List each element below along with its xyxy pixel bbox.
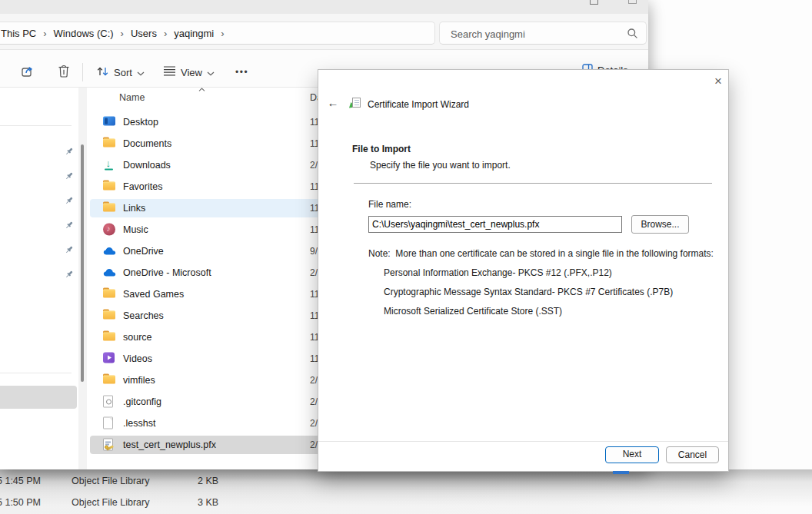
file-type: Object File Library: [72, 492, 149, 512]
file-size: 3 KB: [198, 492, 218, 512]
breadcrumb-windows-c[interactable]: Windows (C:): [52, 26, 116, 41]
cloud-icon: [103, 267, 117, 280]
download-icon: [103, 159, 117, 172]
folder-icon: [103, 310, 117, 323]
file-name-label: Favorites: [123, 181, 162, 192]
breadcrumb-this-pc[interactable]: This PC: [0, 26, 38, 41]
cloud-icon: [103, 245, 117, 258]
cancel-button[interactable]: Cancel: [666, 446, 719, 463]
breadcrumb-separator: ›: [116, 28, 128, 39]
video-icon: [103, 353, 117, 366]
folder-icon: [103, 138, 117, 151]
back-arrow-icon[interactable]: ←: [325, 96, 341, 110]
next-button[interactable]: Next: [605, 446, 659, 463]
background-window: 5 1:45 PM Object File Library 2 KB 5 1:5…: [0, 469, 812, 514]
folder-icon: [103, 331, 117, 344]
file-time: 5 1:45 PM: [0, 471, 41, 491]
file-name-label: Searches: [123, 310, 164, 321]
file-size: 2 KB: [198, 471, 218, 491]
sort-button[interactable]: Sort: [92, 61, 149, 83]
format-item: Cryptographic Message Syntax Standard- P…: [384, 287, 673, 297]
view-label: View: [181, 67, 202, 78]
desktop-icon: [103, 116, 117, 129]
file-name-label: .gitconfig: [123, 396, 161, 407]
search-input[interactable]: [449, 24, 614, 44]
folder-icon: [103, 374, 117, 387]
file-name-input[interactable]: [368, 216, 622, 233]
file-name-label: .lesshst: [123, 418, 155, 429]
file-name-label: Links: [123, 203, 145, 214]
file-name-label: Music: [123, 224, 148, 235]
chevron-down-icon: [207, 67, 215, 78]
folder-icon: [103, 288, 117, 301]
file-name-label: Videos: [123, 353, 152, 364]
breadcrumb-yaqingmi[interactable]: yaqingmi: [171, 26, 216, 41]
explorer-titlebar: [0, 0, 648, 14]
certificate-wizard-icon: [350, 98, 363, 110]
file-type: Object File Library: [72, 471, 149, 491]
breadcrumb-separator: ›: [159, 28, 171, 39]
chevron-down-icon: [137, 67, 145, 78]
divider: [354, 183, 712, 184]
background-file-row: 5 1:45 PM Object File Library 2 KB: [0, 471, 692, 491]
file-name-label: test_cert_newplus.pfx: [123, 439, 216, 450]
file-name-label: OneDrive - Microsoft: [123, 267, 211, 278]
maximize-icon[interactable]: [590, 0, 598, 5]
divider: [318, 441, 728, 442]
background-file-row: 5 1:50 PM Object File Library 3 KB: [0, 492, 692, 512]
file-name-label: source: [123, 332, 152, 343]
more-options-button[interactable]: •••: [231, 61, 253, 83]
view-icon: [163, 65, 176, 79]
file-name-label: Downloads: [123, 160, 171, 171]
format-item: Microsoft Serialized Certificate Store (…: [384, 306, 562, 317]
file-date-fragment: 2/: [310, 375, 318, 386]
close-icon[interactable]: ×: [709, 73, 727, 90]
certificate-import-wizard-dialog: × ← Certificate Import Wizard File to Im…: [318, 69, 729, 472]
background-accent-fragment: [613, 471, 629, 474]
folder-icon: [103, 181, 117, 194]
close-icon[interactable]: [628, 0, 637, 4]
file-name-label: Desktop: [123, 117, 158, 128]
search-box[interactable]: [439, 22, 647, 45]
dialog-title: Certificate Import Wizard: [368, 99, 469, 110]
share-button[interactable]: [15, 61, 41, 83]
browse-button[interactable]: Browse...: [631, 215, 689, 234]
address-bar[interactable]: This PC › Windows (C:) › Users › yaqingm…: [0, 22, 435, 45]
note-text: Note: More than one certificate can be s…: [368, 248, 714, 259]
sort-label: Sort: [114, 67, 132, 78]
cert-icon: [103, 439, 117, 452]
file-icon: [103, 417, 117, 430]
search-icon[interactable]: [627, 28, 638, 42]
folder-icon: [103, 202, 117, 215]
toolbar-separator: [82, 63, 83, 81]
section-subheading: Specify the file you want to import.: [370, 160, 511, 171]
file-name-label: vimfiles: [123, 375, 155, 386]
music-icon: [103, 224, 117, 237]
ellipsis-icon: •••: [235, 67, 248, 78]
breadcrumb-separator: ›: [216, 28, 228, 39]
breadcrumb-separator: ›: [38, 28, 51, 39]
sort-ascending-icon: [198, 81, 205, 95]
sort-icon: [96, 65, 109, 80]
breadcrumb-users[interactable]: Users: [128, 26, 159, 41]
delete-button[interactable]: [52, 61, 75, 83]
section-heading: File to Import: [352, 144, 411, 154]
file-time: 5 1:50 PM: [0, 492, 41, 512]
view-button[interactable]: View: [158, 61, 219, 83]
file-name-label: File name:: [368, 199, 411, 210]
share-icon: [20, 64, 36, 81]
file-name-label: Documents: [123, 138, 171, 149]
format-item: Personal Information Exchange- PKCS #12 …: [384, 267, 612, 278]
file-name-label: OneDrive: [123, 246, 164, 257]
column-header-name[interactable]: Name: [119, 92, 145, 103]
gearfile-icon: [103, 396, 117, 409]
trash-icon: [57, 64, 71, 81]
screen: 5 1:45 PM Object File Library 2 KB 5 1:5…: [0, 0, 812, 514]
file-name-label: Saved Games: [123, 289, 184, 300]
